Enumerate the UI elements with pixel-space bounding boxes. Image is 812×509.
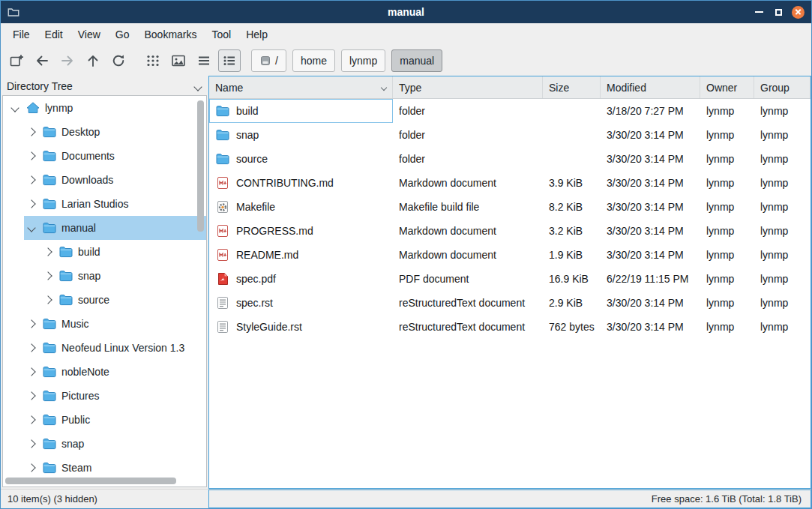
- tree-item-noblenote[interactable]: nobleNote: [3, 360, 206, 384]
- column-header-size[interactable]: Size: [543, 76, 601, 98]
- expand-arrow-icon[interactable]: [42, 270, 54, 282]
- tree-item-snap[interactable]: snap: [3, 432, 206, 456]
- sidebar-collapse-button[interactable]: [195, 80, 201, 92]
- chevron-icon: [27, 463, 35, 472]
- expand-arrow-icon[interactable]: [25, 414, 37, 426]
- expand-arrow-icon[interactable]: [42, 246, 54, 258]
- file-type: folder: [399, 129, 425, 141]
- file-row-styleguide-rst[interactable]: StyleGuide.rstreStructuredText document7…: [209, 315, 811, 339]
- thumbnail-view-icon: [170, 52, 187, 69]
- tree-horizontal-scrollbar[interactable]: [5, 478, 193, 484]
- expand-arrow-icon[interactable]: [25, 198, 37, 210]
- file-row-snap[interactable]: snapfolder3/30/20 3:14 PMlynmplynmp: [209, 123, 811, 147]
- close-button[interactable]: [791, 5, 805, 19]
- tree-item-public[interactable]: Public: [3, 408, 206, 432]
- tree-item-content: Documents: [24, 144, 206, 168]
- up-button[interactable]: [82, 49, 104, 72]
- tree-item-music[interactable]: Music: [3, 312, 206, 336]
- file-row-build[interactable]: buildfolder3/18/20 7:27 PMlynmplynmp: [209, 99, 811, 123]
- file-type: folder: [399, 105, 425, 117]
- refresh-button[interactable]: [107, 49, 130, 72]
- cell-modified: 3/30/20 3:14 PM: [601, 171, 700, 195]
- path-segment-root[interactable]: /: [251, 49, 286, 72]
- items-count-label: 10 item(s) (3 hidden): [1, 493, 97, 505]
- expand-arrow-icon[interactable]: [25, 438, 37, 450]
- file-row-contributing-md[interactable]: CONTRIBUTING.mdMarkdown document3.9 KiB3…: [209, 171, 811, 195]
- compact-view-button[interactable]: [193, 49, 215, 72]
- icon-view-button[interactable]: [142, 49, 164, 72]
- tree-item-desktop[interactable]: Desktop: [3, 120, 206, 144]
- collapse-arrow-icon[interactable]: [9, 102, 21, 114]
- horizontal-scrollbar-thumb[interactable]: [5, 478, 176, 484]
- tree-item-source[interactable]: source: [3, 288, 206, 312]
- file-name: snap: [236, 129, 259, 141]
- cell-modified: 3/30/20 3:14 PM: [601, 315, 700, 339]
- column-header-type[interactable]: Type: [393, 76, 543, 98]
- tree-item-pictures[interactable]: Pictures: [3, 384, 206, 408]
- file-row-spec-pdf[interactable]: spec.pdfPDF document16.9 KiB6/22/19 11:1…: [209, 267, 811, 291]
- expand-arrow-icon[interactable]: [25, 126, 37, 138]
- expand-arrow-icon[interactable]: [25, 150, 37, 162]
- file-name: PROGRESS.md: [236, 225, 313, 237]
- column-header-owner[interactable]: Owner: [700, 76, 754, 98]
- tree-item-content: Larian Studios: [24, 192, 206, 216]
- file-name: StyleGuide.rst: [236, 321, 302, 333]
- tree-item-documents[interactable]: Documents: [3, 144, 206, 168]
- expand-arrow-icon[interactable]: [25, 174, 37, 186]
- file-owner: lynmp: [706, 297, 734, 309]
- menu-file[interactable]: File: [5, 25, 37, 44]
- new-tab-button[interactable]: [5, 49, 28, 72]
- path-segment-home[interactable]: home: [292, 49, 335, 72]
- maximize-button[interactable]: [772, 5, 785, 19]
- expand-arrow-icon[interactable]: [25, 366, 37, 378]
- menu-bookmarks[interactable]: Bookmarks: [136, 25, 204, 44]
- vertical-scrollbar-thumb[interactable]: [197, 100, 204, 232]
- menu-view[interactable]: View: [70, 25, 108, 44]
- toolbar: /homelynmpmanual: [1, 46, 811, 76]
- minimize-button[interactable]: [752, 5, 766, 19]
- expand-arrow-icon[interactable]: [42, 294, 54, 306]
- tree-item-lynmp[interactable]: lynmp: [3, 96, 206, 120]
- folder-icon: [42, 316, 57, 331]
- file-row-readme-md[interactable]: README.mdMarkdown document1.9 KiB3/30/20…: [209, 243, 811, 267]
- file-row-spec-rst[interactable]: spec.rstreStructuredText document2.9 KiB…: [209, 291, 811, 315]
- file-modified: 6/22/19 11:15 PM: [607, 273, 688, 285]
- collapse-arrow-icon[interactable]: [25, 222, 37, 234]
- file-row-progress-md[interactable]: PROGRESS.mdMarkdown document3.2 KiB3/30/…: [209, 219, 811, 243]
- column-header-modified[interactable]: Modified: [601, 76, 700, 98]
- menu-edit[interactable]: Edit: [37, 25, 70, 44]
- cell-modified: 3/30/20 3:14 PM: [601, 195, 700, 219]
- column-header-name[interactable]: Name: [209, 76, 393, 98]
- menu-tool[interactable]: Tool: [205, 25, 239, 44]
- thumbnail-view-button[interactable]: [167, 49, 190, 72]
- cell-size: 2.9 KiB: [543, 291, 601, 315]
- expand-arrow-icon[interactable]: [25, 318, 37, 330]
- detailed-view-button[interactable]: [218, 49, 241, 72]
- tree-item-larian-studios[interactable]: Larian Studios: [3, 192, 206, 216]
- expand-arrow-icon[interactable]: [25, 342, 37, 354]
- tree-item-build[interactable]: build: [3, 240, 206, 264]
- tree-vertical-scrollbar[interactable]: [197, 99, 204, 473]
- icon-view-icon: [145, 52, 161, 69]
- menu-go[interactable]: Go: [108, 25, 137, 44]
- path-segment-lynmp[interactable]: lynmp: [341, 49, 385, 72]
- back-button[interactable]: [31, 49, 53, 72]
- expand-arrow-icon[interactable]: [25, 462, 37, 474]
- sort-indicator-icon: [381, 84, 387, 90]
- file-row-makefile[interactable]: MakefileMakefile build file8.2 KiB3/30/2…: [209, 195, 811, 219]
- cell-group: lynmp: [754, 99, 811, 123]
- tree-item-steam[interactable]: Steam: [3, 456, 206, 480]
- file-row-source[interactable]: sourcefolder3/30/20 3:14 PMlynmplynmp: [209, 147, 811, 171]
- column-header-group[interactable]: Group: [754, 76, 811, 98]
- tree-item-manual[interactable]: manual: [3, 216, 206, 240]
- file-group: lynmp: [760, 297, 788, 309]
- expand-arrow-icon[interactable]: [25, 390, 37, 402]
- forward-button[interactable]: [56, 49, 79, 72]
- tree-item-downloads[interactable]: Downloads: [3, 168, 206, 192]
- tree-item-neofeud-linux-version-1-3[interactable]: Neofeud Linux Version 1.3: [3, 336, 206, 360]
- tree-item-snap[interactable]: snap: [3, 264, 206, 288]
- makefile-icon: [215, 199, 230, 214]
- menu-help[interactable]: Help: [238, 25, 275, 44]
- path-breadcrumb: /homelynmpmanual: [251, 49, 442, 72]
- path-segment-manual[interactable]: manual: [391, 49, 442, 72]
